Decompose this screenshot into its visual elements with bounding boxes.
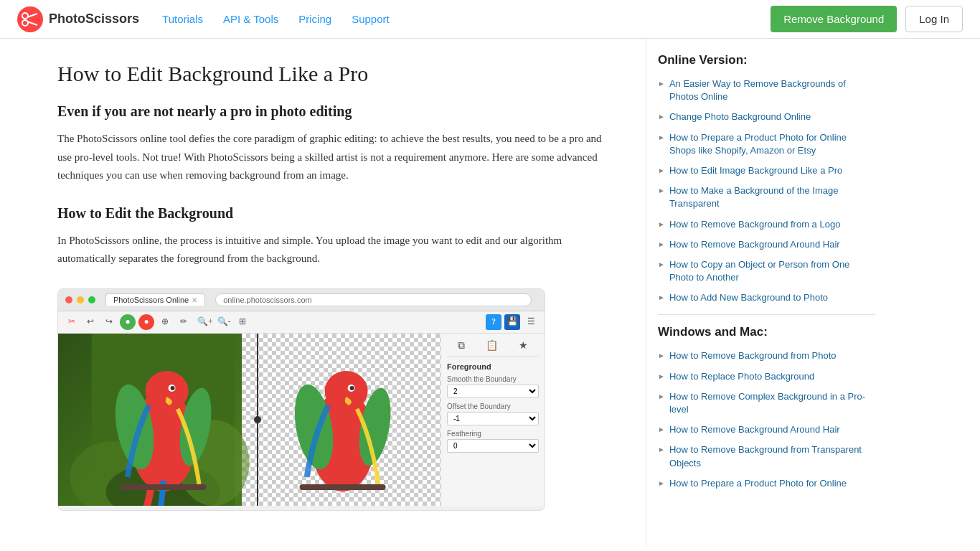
sidebar-link-item: ► How to Remove Background from Transpar… <box>658 443 875 469</box>
section1-heading: Even if you are not nearly a pro in phot… <box>57 103 617 120</box>
mark-foreground-button[interactable]: ● <box>120 314 136 330</box>
sidebar-link-5[interactable]: How to Remove Background from a Logo <box>669 218 840 231</box>
sidebar-link-w2[interactable]: How to Remove Complex Background in a Pr… <box>669 390 875 416</box>
sidebar-link-item: ► How to Prepare a Product Photo for Onl… <box>658 477 875 490</box>
lasso-tool[interactable]: ⊕ <box>157 314 173 330</box>
sidebar-divider <box>658 314 875 315</box>
arrow-icon-8: ► <box>658 293 665 303</box>
sidebar-link-1[interactable]: Change Photo Background Online <box>669 110 811 123</box>
svg-point-17 <box>324 371 367 411</box>
browser-address-bar: online.photoscissors.com <box>215 293 532 306</box>
smooth-select[interactable]: 2 <box>447 385 539 398</box>
section1-text: The PhotoScissors online tool defies the… <box>57 130 617 185</box>
sidebar-link-0[interactable]: An Easier Way to Remove Backgrounds of P… <box>669 77 875 103</box>
sidebar-link-2[interactable]: How to Prepare a Product Photo for Onlin… <box>669 131 875 157</box>
nav-pricing[interactable]: Pricing <box>298 13 331 25</box>
windows-section-title: Windows and Mac: <box>658 325 875 339</box>
panel-toolbar: ⧉ 📋 ★ <box>447 339 539 357</box>
nav-api-tools[interactable]: API & Tools <box>223 13 278 25</box>
help-button[interactable]: ? <box>486 314 501 330</box>
header-actions: Remove Background Log In <box>771 6 963 32</box>
site-header: PhotoScissors Tutorials API & Tools Pric… <box>0 0 980 39</box>
arrow-icon-6: ► <box>658 240 665 250</box>
sidebar-link-item: ► How to Make a Background of the Image … <box>658 184 875 210</box>
arrow-icon-w5: ► <box>658 479 665 489</box>
svg-rect-15 <box>121 484 207 490</box>
nav-support[interactable]: Support <box>352 13 390 25</box>
browser-dot-green <box>88 296 95 303</box>
zoom-out-button[interactable]: 🔍- <box>216 314 232 330</box>
star-icon[interactable]: ★ <box>519 339 528 352</box>
sidebar-link-item: ► How to Prepare a Product Photo for Onl… <box>658 131 875 157</box>
mark-background-button[interactable]: ● <box>138 314 154 330</box>
main-nav: Tutorials API & Tools Pricing Support <box>162 13 771 25</box>
sidebar-link-item: ► How to Edit Image Background Like a Pr… <box>658 164 875 177</box>
arrow-icon-w3: ► <box>658 425 665 435</box>
sidebar-link-item: ► Change Photo Background Online <box>658 110 875 123</box>
logo-text: PhotoScissors <box>49 11 139 27</box>
sidebar-link-3[interactable]: How to Edit Image Background Like a Pro <box>669 164 842 177</box>
menu-button[interactable]: ☰ <box>523 314 539 330</box>
svg-point-21 <box>349 386 354 390</box>
fit-button[interactable]: ⊞ <box>235 314 250 330</box>
redo-button[interactable]: ↪ <box>101 314 117 330</box>
sidebar-link-8[interactable]: How to Add New Background to Photo <box>669 291 828 304</box>
sidebar-link-w5[interactable]: How to Prepare a Product Photo for Onlin… <box>669 477 847 490</box>
arrow-icon-4: ► <box>658 186 665 196</box>
svg-point-10 <box>146 371 189 411</box>
app-toolbar: ✂ ↩ ↪ ● ● ⊕ ✏ 🔍+ 🔍- ⊞ ? 💾 ☰ <box>58 311 545 334</box>
erase-tool[interactable]: ✏ <box>176 314 192 330</box>
sidebar-link-w0[interactable]: How to Remove Background from Photo <box>669 349 837 362</box>
selection-handle[interactable] <box>254 416 261 423</box>
browser-close-tab[interactable]: ✕ <box>192 296 197 304</box>
app-logo-small: ✂ <box>64 314 80 330</box>
paste-icon[interactable]: 📋 <box>486 339 498 352</box>
arrow-icon-7: ► <box>658 260 665 270</box>
arrow-icon-w1: ► <box>658 372 665 382</box>
section2-heading: How to Edit the Background <box>57 205 617 222</box>
sidebar-link-6[interactable]: How to Remove Background Around Hair <box>669 238 840 251</box>
main-content: How to Edit Background Like a Pro Even i… <box>0 39 646 547</box>
browser-dot-red <box>65 296 72 303</box>
page-layout: How to Edit Background Like a Pro Even i… <box>0 39 980 547</box>
selection-line <box>257 334 258 506</box>
arrow-icon-w0: ► <box>658 351 665 361</box>
sidebar-link-w4[interactable]: How to Remove Background from Transparen… <box>669 443 875 469</box>
save-button[interactable]: 💾 <box>504 314 520 330</box>
sidebar-link-item: ► How to Remove Background from a Logo <box>658 218 875 231</box>
copy-icon[interactable]: ⧉ <box>458 339 465 352</box>
sidebar-link-item: ► How to Add New Background to Photo <box>658 291 875 304</box>
logo-icon <box>17 6 43 32</box>
settings-panel: ⧉ 📋 ★ Foreground Smooth the Boundary 2 O… <box>440 334 545 506</box>
browser-chrome: PhotoScissors Online ✕ online.photosciss… <box>58 289 545 311</box>
sidebar-link-item: ► An Easier Way to Remove Backgrounds of… <box>658 77 875 103</box>
arrow-icon-w2: ► <box>658 392 665 402</box>
arrow-icon-0: ► <box>658 79 665 89</box>
zoom-in-button[interactable]: 🔍+ <box>197 314 213 330</box>
sidebar-link-7[interactable]: How to Copy an Object or Person from One… <box>669 258 875 284</box>
sidebar-link-w3[interactable]: How to Remove Background Around Hair <box>669 423 840 436</box>
arrow-icon-5: ► <box>658 220 665 230</box>
login-button[interactable]: Log In <box>905 6 963 32</box>
feathering-select[interactable]: 0 <box>447 439 539 453</box>
screenshot-mockup: PhotoScissors Online ✕ online.photosciss… <box>57 288 545 511</box>
arrow-icon-3: ► <box>658 166 665 176</box>
smooth-label: Smooth the Boundary <box>447 375 539 383</box>
page-title: How to Edit Background Like a Pro <box>57 62 617 86</box>
browser-tab-label: PhotoScissors Online <box>113 296 189 304</box>
sidebar-link-item: ► How to Remove Complex Background in a … <box>658 390 875 416</box>
browser-address-text: online.photoscissors.com <box>223 296 312 304</box>
logo-link[interactable]: PhotoScissors <box>17 6 139 32</box>
sidebar-link-w1[interactable]: How to Replace Photo Background <box>669 370 814 383</box>
settings-section-title: Foreground <box>447 362 539 371</box>
arrow-icon-2: ► <box>658 133 665 143</box>
browser-dot-yellow <box>77 296 84 303</box>
sidebar-link-item: ► How to Remove Background Around Hair <box>658 238 875 251</box>
sidebar-link-4[interactable]: How to Make a Background of the Image Tr… <box>669 184 875 210</box>
undo-button[interactable]: ↩ <box>83 314 98 330</box>
svg-point-0 <box>17 6 43 32</box>
remove-background-button[interactable]: Remove Background <box>771 6 897 32</box>
svg-point-14 <box>171 386 175 390</box>
nav-tutorials[interactable]: Tutorials <box>162 13 203 25</box>
offset-select[interactable]: -1 <box>447 412 539 425</box>
